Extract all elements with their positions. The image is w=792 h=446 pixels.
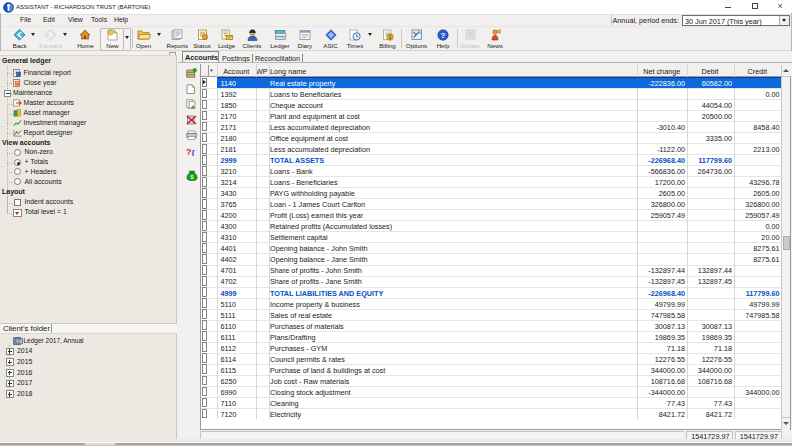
- svg-text:?: ?: [441, 31, 446, 40]
- svg-text:{: {: [192, 148, 195, 157]
- svg-text:$: $: [388, 34, 391, 40]
